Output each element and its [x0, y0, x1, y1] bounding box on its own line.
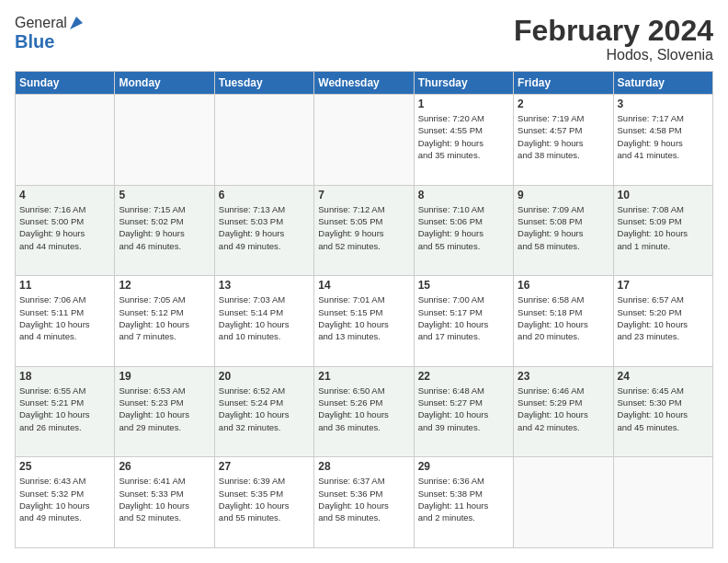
table-row: 13Sunrise: 7:03 AMSunset: 5:14 PMDayligh…	[214, 276, 313, 367]
day-info: Sunrise: 6:52 AMSunset: 5:24 PMDaylight:…	[219, 385, 310, 433]
day-info: Sunrise: 7:12 AMSunset: 5:05 PMDaylight:…	[318, 203, 409, 252]
col-thursday: Thursday	[414, 72, 513, 95]
day-info: Sunrise: 7:19 AMSunset: 4:57 PMDaylight:…	[518, 112, 609, 161]
day-number: 22	[418, 370, 509, 383]
day-info: Sunrise: 7:10 AMSunset: 5:06 PMDaylight:…	[418, 203, 509, 252]
day-number: 15	[418, 279, 509, 292]
table-row: 26Sunrise: 6:41 AMSunset: 5:33 PMDayligh…	[115, 457, 214, 548]
day-info: Sunrise: 6:43 AMSunset: 5:32 PMDaylight:…	[19, 475, 110, 523]
day-number: 10	[618, 189, 709, 201]
day-number: 12	[119, 279, 210, 292]
day-number: 2	[518, 98, 609, 110]
day-number: 23	[518, 370, 609, 383]
day-info: Sunrise: 7:08 AMSunset: 5:09 PMDaylight:…	[618, 203, 709, 252]
day-number: 8	[418, 189, 509, 201]
table-row	[613, 457, 712, 548]
day-info: Sunrise: 6:50 AMSunset: 5:26 PMDaylight:…	[318, 385, 409, 433]
table-row: 5Sunrise: 7:15 AMSunset: 5:02 PMDaylight…	[115, 185, 214, 276]
col-monday: Monday	[115, 72, 214, 95]
day-info: Sunrise: 6:46 AMSunset: 5:29 PMDaylight:…	[518, 385, 609, 433]
table-row: 27Sunrise: 6:39 AMSunset: 5:35 PMDayligh…	[214, 457, 313, 548]
day-number: 20	[219, 370, 310, 383]
logo-icon	[68, 15, 85, 31]
day-info: Sunrise: 6:53 AMSunset: 5:23 PMDaylight:…	[119, 385, 210, 433]
day-number: 13	[219, 279, 310, 292]
day-number: 4	[19, 189, 110, 201]
table-row: 22Sunrise: 6:48 AMSunset: 5:27 PMDayligh…	[414, 366, 513, 457]
table-row: 19Sunrise: 6:53 AMSunset: 5:23 PMDayligh…	[115, 366, 214, 457]
table-row: 10Sunrise: 7:08 AMSunset: 5:09 PMDayligh…	[613, 185, 712, 276]
table-row	[115, 95, 214, 186]
day-number: 14	[318, 279, 409, 292]
table-row: 2Sunrise: 7:19 AMSunset: 4:57 PMDaylight…	[514, 95, 613, 186]
table-row: 29Sunrise: 6:36 AMSunset: 5:38 PMDayligh…	[414, 457, 513, 548]
table-row: 12Sunrise: 7:05 AMSunset: 5:12 PMDayligh…	[115, 276, 214, 367]
page: General Blue February 2024 Hodos, Sloven…	[0, 0, 728, 563]
day-info: Sunrise: 7:00 AMSunset: 5:17 PMDaylight:…	[418, 293, 509, 342]
calendar-table: Sunday Monday Tuesday Wednesday Thursday…	[15, 71, 713, 548]
day-number: 27	[219, 460, 310, 473]
table-row: 17Sunrise: 6:57 AMSunset: 5:20 PMDayligh…	[613, 276, 712, 367]
table-row: 8Sunrise: 7:10 AMSunset: 5:06 PMDaylight…	[414, 185, 513, 276]
table-row: 20Sunrise: 6:52 AMSunset: 5:24 PMDayligh…	[214, 366, 313, 457]
table-row: 18Sunrise: 6:55 AMSunset: 5:21 PMDayligh…	[16, 366, 115, 457]
day-number: 29	[418, 460, 509, 473]
day-info: Sunrise: 6:55 AMSunset: 5:21 PMDaylight:…	[19, 385, 110, 433]
day-number: 11	[19, 279, 110, 292]
day-info: Sunrise: 6:58 AMSunset: 5:18 PMDaylight:…	[518, 293, 609, 342]
svg-marker-0	[70, 17, 83, 29]
day-number: 18	[19, 370, 110, 383]
day-info: Sunrise: 6:48 AMSunset: 5:27 PMDaylight:…	[418, 385, 509, 433]
day-number: 25	[19, 460, 110, 473]
day-info: Sunrise: 6:36 AMSunset: 5:38 PMDaylight:…	[418, 475, 509, 523]
day-number: 9	[518, 189, 609, 201]
calendar-week-row: 4Sunrise: 7:16 AMSunset: 5:00 PMDaylight…	[16, 185, 713, 276]
day-info: Sunrise: 6:41 AMSunset: 5:33 PMDaylight:…	[119, 475, 210, 523]
logo-blue-text: Blue	[15, 31, 54, 52]
day-info: Sunrise: 7:09 AMSunset: 5:08 PMDaylight:…	[518, 203, 609, 252]
day-info: Sunrise: 7:05 AMSunset: 5:12 PMDaylight:…	[119, 293, 210, 342]
table-row: 16Sunrise: 6:58 AMSunset: 5:18 PMDayligh…	[514, 276, 613, 367]
table-row: 1Sunrise: 7:20 AMSunset: 4:55 PMDaylight…	[414, 95, 513, 186]
month-title: February 2024	[514, 15, 713, 47]
table-row: 23Sunrise: 6:46 AMSunset: 5:29 PMDayligh…	[514, 366, 613, 457]
title-block: February 2024 Hodos, Slovenia	[514, 15, 713, 63]
day-number: 7	[318, 189, 409, 201]
table-row: 25Sunrise: 6:43 AMSunset: 5:32 PMDayligh…	[16, 457, 115, 548]
day-info: Sunrise: 7:17 AMSunset: 4:58 PMDaylight:…	[618, 112, 709, 161]
table-row: 4Sunrise: 7:16 AMSunset: 5:00 PMDaylight…	[16, 185, 115, 276]
day-info: Sunrise: 7:15 AMSunset: 5:02 PMDaylight:…	[119, 203, 210, 252]
table-row	[514, 457, 613, 548]
location-title: Hodos, Slovenia	[514, 47, 713, 63]
day-number: 16	[518, 279, 609, 292]
day-number: 26	[119, 460, 210, 473]
table-row	[16, 95, 115, 186]
col-saturday: Saturday	[613, 72, 712, 95]
day-info: Sunrise: 7:01 AMSunset: 5:15 PMDaylight:…	[318, 293, 409, 342]
day-number: 28	[318, 460, 409, 473]
day-info: Sunrise: 6:39 AMSunset: 5:35 PMDaylight:…	[219, 475, 310, 523]
table-row: 7Sunrise: 7:12 AMSunset: 5:05 PMDaylight…	[314, 185, 414, 276]
day-number: 21	[318, 370, 409, 383]
day-number: 1	[418, 98, 509, 110]
table-row: 21Sunrise: 6:50 AMSunset: 5:26 PMDayligh…	[314, 366, 414, 457]
calendar-week-row: 1Sunrise: 7:20 AMSunset: 4:55 PMDaylight…	[16, 95, 713, 186]
table-row	[314, 95, 414, 186]
day-number: 19	[119, 370, 210, 383]
table-row: 24Sunrise: 6:45 AMSunset: 5:30 PMDayligh…	[613, 366, 712, 457]
day-number: 17	[618, 279, 709, 292]
table-row: 14Sunrise: 7:01 AMSunset: 5:15 PMDayligh…	[314, 276, 414, 367]
table-row: 15Sunrise: 7:00 AMSunset: 5:17 PMDayligh…	[414, 276, 513, 367]
table-row: 28Sunrise: 6:37 AMSunset: 5:36 PMDayligh…	[314, 457, 414, 548]
table-row: 11Sunrise: 7:06 AMSunset: 5:11 PMDayligh…	[16, 276, 115, 367]
col-wednesday: Wednesday	[314, 72, 414, 95]
calendar-week-row: 11Sunrise: 7:06 AMSunset: 5:11 PMDayligh…	[16, 276, 713, 367]
col-tuesday: Tuesday	[214, 72, 313, 95]
day-info: Sunrise: 6:45 AMSunset: 5:30 PMDaylight:…	[618, 385, 709, 433]
logo: General Blue	[15, 15, 85, 52]
day-info: Sunrise: 7:16 AMSunset: 5:00 PMDaylight:…	[19, 203, 110, 252]
calendar-week-row: 18Sunrise: 6:55 AMSunset: 5:21 PMDayligh…	[16, 366, 713, 457]
table-row: 9Sunrise: 7:09 AMSunset: 5:08 PMDaylight…	[514, 185, 613, 276]
day-info: Sunrise: 7:03 AMSunset: 5:14 PMDaylight:…	[219, 293, 310, 342]
col-sunday: Sunday	[16, 72, 115, 95]
